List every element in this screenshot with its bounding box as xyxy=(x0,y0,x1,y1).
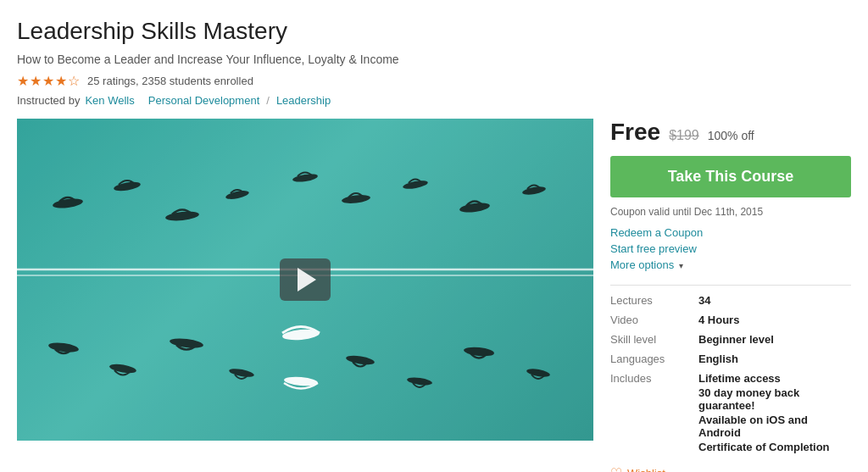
include-item-1: 30 day money back guarantee! xyxy=(698,386,851,412)
instructor-row: Instructed by Ken Wells Personal Develop… xyxy=(17,94,851,107)
price-free: Free xyxy=(610,119,660,146)
lectures-label: Lectures xyxy=(610,294,695,307)
course-subtitle: How to Become a Leader and Increase Your… xyxy=(17,53,851,66)
includes-label: Includes xyxy=(610,372,695,453)
free-preview-link[interactable]: Start free preview xyxy=(610,242,851,255)
wishlist-label: Wishlist xyxy=(627,467,665,472)
include-item-0: Lifetime access xyxy=(698,372,851,385)
price-row: Free $199 100% off xyxy=(610,119,851,146)
video-section xyxy=(17,119,593,441)
instructor-link[interactable]: Ken Wells xyxy=(85,94,134,107)
chevron-down-icon: ▾ xyxy=(679,261,683,270)
price-original: $199 xyxy=(669,128,699,143)
category-link[interactable]: Personal Development xyxy=(148,94,260,107)
languages-value: English xyxy=(698,353,851,365)
sidebar-links: Redeem a Coupon Start free preview More … xyxy=(610,226,851,271)
course-meta: Lectures 34 Video 4 Hours Skill level Be… xyxy=(610,294,851,453)
skill-value: Beginner level xyxy=(698,333,851,346)
slash-separator: / xyxy=(266,94,270,107)
heart-icon: ♡ xyxy=(610,465,622,472)
course-header: Leadership Skills Mastery How to Become … xyxy=(17,17,851,107)
includes-values: Lifetime access 30 day money back guaran… xyxy=(698,372,851,453)
main-content: Free $199 100% off Take This Course Coup… xyxy=(17,119,851,472)
more-options-text: More options xyxy=(610,258,674,271)
video-label: Video xyxy=(610,314,695,326)
take-course-button[interactable]: Take This Course xyxy=(610,156,851,197)
course-title: Leadership Skills Mastery xyxy=(17,17,851,46)
skill-label: Skill level xyxy=(610,333,695,346)
video-value: 4 Hours xyxy=(698,314,851,326)
play-triangle-icon xyxy=(298,268,316,292)
subcategory-link[interactable]: Leadership xyxy=(276,94,331,107)
lectures-value: 34 xyxy=(698,294,851,307)
video-thumbnail[interactable] xyxy=(17,119,593,441)
wishlist-row[interactable]: ♡ Wishlist xyxy=(610,465,851,472)
star-icons: ★★★★☆ xyxy=(17,73,81,89)
more-options-link[interactable]: More options ▾ xyxy=(610,258,851,271)
redeem-coupon-link[interactable]: Redeem a Coupon xyxy=(610,226,851,239)
sidebar-divider xyxy=(610,285,851,286)
course-sidebar: Free $199 100% off Take This Course Coup… xyxy=(610,119,851,472)
include-item-3: Certificate of Completion xyxy=(698,441,851,453)
include-item-2: Available on iOS and Android xyxy=(698,414,851,439)
languages-label: Languages xyxy=(610,353,695,365)
play-button[interactable] xyxy=(280,258,331,301)
instructor-label: Instructed by xyxy=(17,94,80,107)
rating-row: ★★★★☆ 25 ratings, 2358 students enrolled xyxy=(17,73,851,89)
coupon-text: Coupon valid until Dec 11th, 2015 xyxy=(610,206,851,218)
rating-text: 25 ratings, 2358 students enrolled xyxy=(87,75,253,87)
price-discount: 100% off xyxy=(708,129,754,142)
